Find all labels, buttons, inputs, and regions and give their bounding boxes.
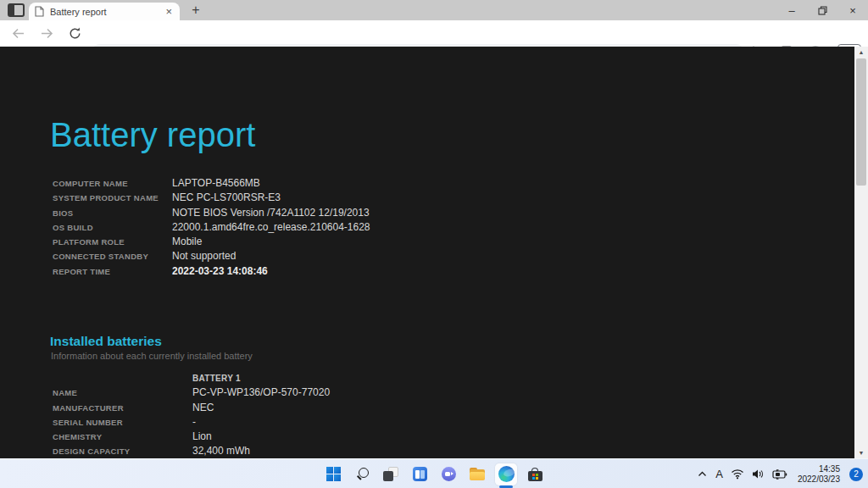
vertical-scrollbar[interactable]: ▲ ▼ [854, 47, 868, 458]
battery-report-page: Battery report COMPUTER NAME LAPTOP-B456… [0, 47, 854, 458]
teams-chat-icon [442, 467, 456, 481]
notification-count-badge[interactable]: 2 [849, 468, 863, 481]
windows-start-icon [326, 467, 341, 481]
back-icon[interactable] [11, 26, 25, 41]
file-explorer-button[interactable] [466, 463, 488, 485]
battery-label: SERIAL NUMBER [53, 415, 192, 430]
battery-value: NEC [192, 401, 330, 415]
info-value: 2022-03-23 14:08:46 [172, 264, 370, 279]
search-icon [355, 467, 370, 481]
refresh-icon[interactable] [68, 26, 82, 41]
chat-button[interactable] [437, 463, 459, 485]
info-label: COMPUTER NAME [53, 176, 172, 191]
minimize-button[interactable]: – [776, 0, 807, 20]
volume-icon[interactable] [752, 469, 765, 480]
battery-value: 32,400 mWh [192, 444, 330, 458]
battery-value: Lion [192, 430, 330, 444]
browser-tab[interactable]: Battery report × [29, 3, 180, 20]
battery-label: MANUFACTURER [53, 401, 192, 415]
info-label: REPORT TIME [53, 264, 172, 279]
widgets-button[interactable] [409, 463, 431, 485]
battery-label [53, 371, 192, 385]
system-tray: A 14:35 2022/03/23 2 [697, 459, 863, 488]
restore-icon [818, 6, 827, 15]
info-value: LAPTOP-B4566MB [172, 176, 370, 191]
page-icon [35, 6, 44, 17]
microsoft-store-icon [528, 468, 542, 481]
clock-time: 14:35 [798, 464, 840, 474]
battery-charging-icon[interactable] [772, 469, 787, 480]
microsoft-store-button[interactable] [524, 463, 546, 485]
ime-mode-indicator[interactable]: A [715, 468, 723, 480]
battery-column-header: BATTERY 1 [192, 371, 330, 385]
clock-date: 2022/03/23 [798, 474, 840, 485]
search-button[interactable] [351, 463, 373, 485]
taskbar: A 14:35 2022/03/23 2 [0, 458, 868, 488]
installed-batteries-heading: Installed batteries [50, 334, 162, 349]
task-view-button[interactable] [380, 463, 402, 485]
info-value: NEC PC-LS700RSR-E3 [172, 191, 370, 205]
window-controls: – × [776, 0, 868, 20]
system-info-table: COMPUTER NAME LAPTOP-B4566MB SYSTEM PROD… [53, 176, 370, 279]
info-label: CONNECTED STANDBY [53, 249, 172, 263]
browser-titlebar: Battery report × + – × [0, 0, 868, 20]
info-label: OS BUILD [53, 220, 172, 235]
scroll-down-icon[interactable]: ▼ [854, 450, 868, 456]
info-value: Mobile [172, 235, 370, 249]
browser-toolbar: ファイル | C:/Users/User/Desktop/battery-rep… [0, 20, 868, 47]
new-tab-button[interactable]: + [187, 2, 204, 19]
tray-chevron-up-icon[interactable] [697, 469, 708, 479]
forward-icon[interactable] [40, 26, 54, 41]
page-title: Battery report [50, 116, 255, 154]
wifi-icon[interactable] [731, 469, 744, 480]
info-value: Not supported [172, 249, 370, 263]
tab-actions-menu-icon[interactable] [8, 3, 25, 17]
file-explorer-icon [470, 468, 485, 480]
scroll-up-icon[interactable]: ▲ [854, 49, 868, 55]
tab-title: Battery report [50, 7, 164, 17]
installed-batteries-subtitle: Information about each currently install… [51, 351, 253, 361]
widgets-icon [413, 467, 427, 481]
battery-label: CHEMISTRY [53, 430, 192, 444]
start-button[interactable] [322, 463, 344, 485]
battery-label: DESIGN CAPACITY [53, 444, 192, 458]
battery-label: NAME [53, 385, 192, 400]
taskbar-clock[interactable]: 14:35 2022/03/23 [798, 464, 840, 484]
info-label: SYSTEM PRODUCT NAME [53, 191, 172, 205]
battery-value: - [192, 415, 330, 430]
info-value: NOTE BIOS Version /742A1102 12/19/2013 [172, 206, 370, 220]
scrollbar-thumb[interactable] [856, 58, 866, 186]
info-label: PLATFORM ROLE [53, 235, 172, 249]
edge-icon [498, 466, 515, 482]
taskbar-center [322, 459, 546, 488]
tab-close-icon[interactable]: × [164, 5, 174, 18]
battery-value: PC-VP-WP136/OP-570-77020 [192, 385, 330, 400]
task-view-icon [383, 467, 398, 481]
edge-button[interactable] [495, 463, 517, 485]
restore-button[interactable] [807, 0, 837, 20]
info-label: BIOS [53, 206, 172, 220]
info-value: 22000.1.amd64fre.co_release.210604-1628 [172, 220, 370, 235]
close-button[interactable]: × [837, 0, 868, 20]
